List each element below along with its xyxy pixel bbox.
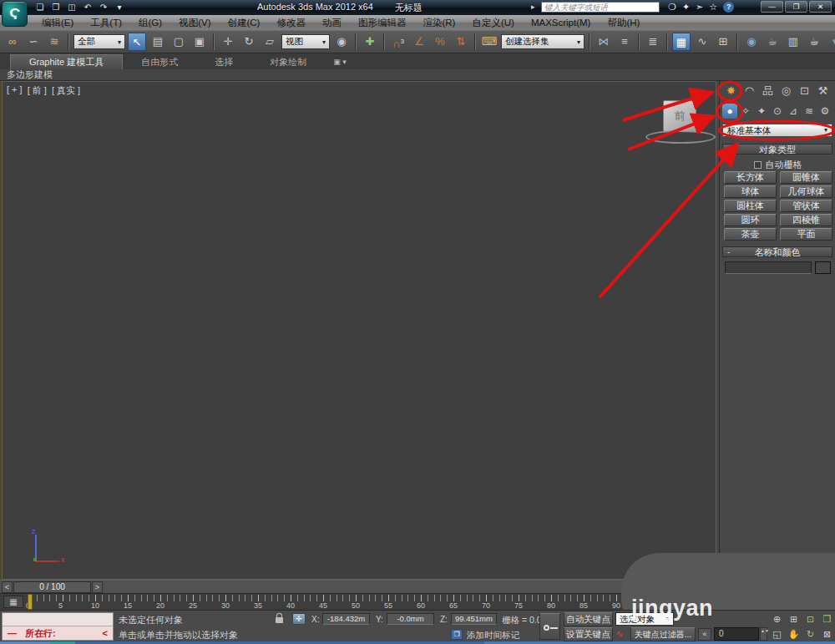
render-production-icon[interactable]: ☕	[805, 33, 823, 51]
schematic-view-icon[interactable]: ⊞	[714, 33, 732, 51]
next-frame-button[interactable]: >	[92, 581, 103, 593]
name-color-rollout-header[interactable]: - 名称和颜色	[722, 246, 832, 257]
track-bar[interactable]: ▦ 051015202530354045505560657075808590	[0, 593, 718, 610]
ribbon-panel-polygon-modeling[interactable]: 多边形建模	[0, 69, 835, 81]
menu-tools[interactable]: 工具(T)	[82, 15, 130, 30]
motion-tab-icon[interactable]: ◎	[777, 84, 795, 99]
search-icon[interactable]: ❍	[668, 2, 676, 13]
open-folder-icon[interactable]: ❒	[49, 2, 63, 13]
object-type-button[interactable]: 圆柱体	[724, 200, 777, 212]
snap-toggle-icon[interactable]: ∩3	[389, 33, 407, 51]
zoom-all-icon[interactable]: ⊞	[787, 612, 801, 626]
coord-y-field[interactable]: -0.0mm	[387, 613, 434, 625]
menu-modifiers[interactable]: 修改器	[268, 15, 314, 30]
zoom-region-icon[interactable]: ◱	[770, 627, 784, 641]
set-keys-button[interactable]	[539, 613, 560, 640]
render-setup-icon[interactable]: ☕	[763, 33, 782, 51]
angle-snap-icon[interactable]: ∠	[410, 33, 428, 51]
search-expander-icon[interactable]: ▸	[531, 3, 535, 11]
object-type-button[interactable]: 四棱锥	[780, 214, 832, 226]
tab-freeform[interactable]: 自由形式	[123, 55, 196, 69]
tab-object-paint[interactable]: 对象绘制	[251, 55, 325, 69]
3ds-max-logo-button[interactable]: Ϛ	[2, 1, 28, 27]
object-type-button[interactable]: 几何球体	[780, 185, 832, 198]
favorites-icon[interactable]: ☆	[709, 2, 717, 13]
open-mini-curve-editor-icon[interactable]: ▦	[3, 596, 23, 608]
object-type-rollout-header[interactable]: 对象类型	[722, 144, 832, 155]
infocenter-search-input[interactable]	[541, 2, 660, 13]
named-selection-sets-dropdown[interactable]: 创建选择集▾	[501, 34, 584, 49]
modify-tab-icon[interactable]: ◠	[741, 84, 758, 99]
menu-maxscript[interactable]: MAXScript(M)	[523, 15, 600, 30]
collapse-minus-icon[interactable]: -	[727, 247, 730, 257]
material-editor-icon[interactable]: ◉	[742, 33, 761, 51]
object-type-button[interactable]: 平面	[780, 228, 832, 241]
mirror-icon[interactable]: ⋈	[595, 33, 613, 51]
current-frame-field[interactable]: 0	[714, 627, 759, 641]
zoom-icon[interactable]: ⊕	[770, 612, 784, 626]
reference-coordinate-dropdown[interactable]: 视图▾	[281, 34, 330, 49]
selection-lock-icon[interactable]	[276, 617, 283, 623]
key-filters-button[interactable]: 关键点过滤器...	[630, 627, 696, 641]
maximize-viewport-toggle-icon[interactable]: ⊠	[820, 627, 834, 641]
selection-filter-dropdown[interactable]: 全部▾	[73, 34, 125, 49]
help-icon[interactable]: ?	[723, 2, 734, 13]
menu-customize[interactable]: 自定义(U)	[463, 15, 522, 30]
display-tab-icon[interactable]: ⊡	[796, 84, 813, 99]
ribbon-options-icon[interactable]: ▣ ▾	[325, 55, 355, 69]
subscription-center-icon[interactable]: ✦	[682, 2, 690, 13]
spinner-snap-icon[interactable]: ⇅	[452, 33, 470, 51]
pan-hand-icon[interactable]: ✋	[787, 627, 801, 641]
menu-animation[interactable]: 动画	[314, 15, 350, 30]
spinner-down-icon[interactable]: ▼	[765, 628, 769, 633]
maximize-button[interactable]: ❐	[785, 1, 807, 13]
previous-frame-button[interactable]: <	[2, 581, 13, 593]
autogrid-checkbox[interactable]	[754, 161, 762, 169]
keyboard-shortcut-override-icon[interactable]: ⌨	[480, 33, 498, 51]
quick-access-options-icon[interactable]: ▾	[113, 2, 126, 13]
shapes-category-icon[interactable]: ✧	[738, 104, 753, 119]
lights-category-icon[interactable]: ✦	[754, 104, 769, 119]
set-key-button[interactable]: 设置关键点	[564, 627, 613, 641]
unlink-selection-icon[interactable]: ∽	[24, 33, 43, 51]
cameras-category-icon[interactable]: ⊙	[770, 104, 785, 119]
save-icon[interactable]: ◫	[65, 2, 78, 13]
curve-editor-icon[interactable]: ∿	[693, 33, 711, 51]
add-time-tag-icon[interactable]: ❐	[451, 629, 463, 640]
add-time-tag-label[interactable]: 添加时间标记	[467, 630, 519, 641]
viewcube[interactable]: 前	[663, 100, 696, 132]
object-color-swatch[interactable]	[815, 261, 831, 274]
systems-category-icon[interactable]: ⚙	[817, 104, 832, 119]
select-by-name-icon[interactable]: ▤	[149, 33, 167, 51]
use-pivot-center-icon[interactable]: ◉	[332, 33, 351, 51]
rendered-frame-window-icon[interactable]: ▥	[784, 33, 802, 51]
select-object-icon[interactable]: ↖	[128, 33, 146, 51]
current-frame-marker[interactable]	[28, 594, 33, 610]
select-and-manipulate-icon[interactable]: ✚	[361, 33, 379, 51]
frame-spinner[interactable]: ▲▼	[760, 627, 767, 641]
object-type-button[interactable]: 圆环	[724, 214, 777, 226]
select-and-move-icon[interactable]: ✛	[219, 33, 237, 51]
arc-rotate-icon[interactable]: ↻	[803, 627, 817, 641]
viewport-front[interactable]: [ + ] [ 前 ] [ 真实 ] 前 z x	[2, 81, 716, 580]
tab-selection[interactable]: 选择	[196, 55, 251, 69]
listener-macro-row[interactable]	[3, 613, 113, 626]
minimize-button[interactable]: —	[761, 1, 783, 13]
undo-icon[interactable]: ↶	[81, 2, 94, 13]
menu-graph-editors[interactable]: 图形编辑器	[350, 15, 415, 30]
maxscript-mini-listener[interactable]: — 所在行: <	[2, 612, 114, 641]
viewport-pov-menu[interactable]: [ 前 ]	[28, 84, 47, 97]
absolute-mode-transform-icon[interactable]: ✛	[292, 613, 306, 625]
object-type-button[interactable]: 管状体	[780, 200, 832, 212]
key-mode-toggle-icon[interactable]: «	[698, 628, 711, 641]
geometry-category-icon[interactable]: ●	[722, 104, 737, 119]
communication-center-icon[interactable]: ➣	[696, 2, 703, 13]
select-and-scale-icon[interactable]: ▱	[261, 33, 279, 51]
listener-script-row[interactable]: — 所在行: <	[3, 626, 113, 640]
create-tab-icon[interactable]: ✸	[722, 84, 740, 99]
time-slider-handle[interactable]: 0 / 100	[13, 581, 91, 593]
viewcube-compass-ring[interactable]	[645, 130, 716, 144]
object-type-button[interactable]: 茶壶	[724, 228, 777, 241]
viewport-shading-menu[interactable]: [ 真实 ]	[52, 84, 80, 97]
tab-graphite-modeling[interactable]: Graphite 建模工具	[10, 54, 123, 69]
